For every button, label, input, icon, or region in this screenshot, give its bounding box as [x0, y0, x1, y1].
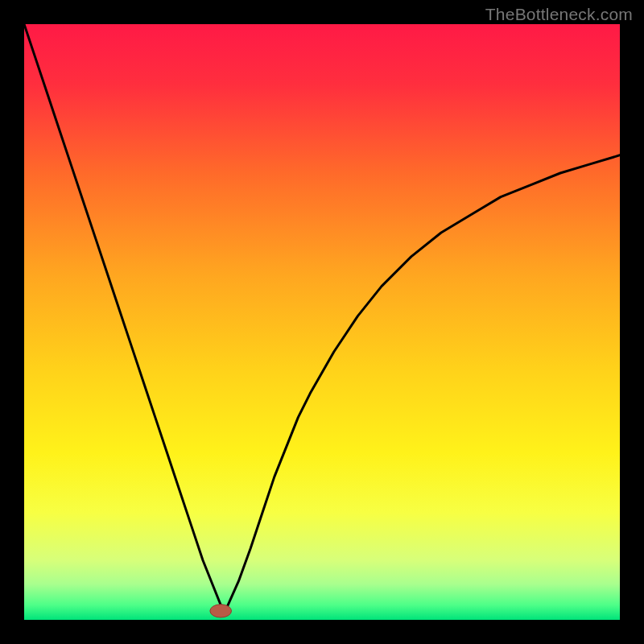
watermark-label: TheBottleneck.com	[485, 5, 633, 24]
plot-svg	[24, 24, 620, 620]
gradient-background	[24, 24, 620, 620]
minimum-marker	[210, 605, 232, 617]
chart-frame: TheBottleneck.com	[0, 0, 644, 644]
plot-area	[24, 24, 620, 620]
